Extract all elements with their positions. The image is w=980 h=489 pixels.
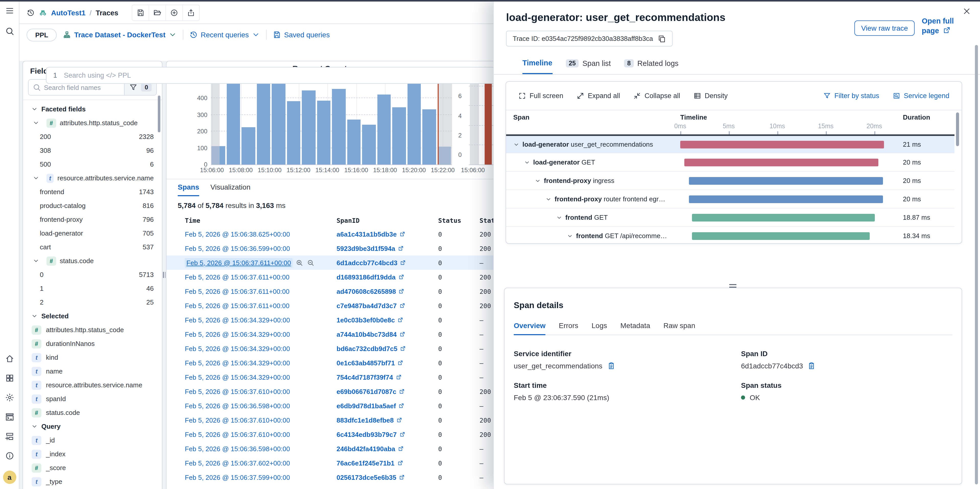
settings-icon[interactable]: [5, 393, 14, 402]
menu-icon[interactable]: [5, 6, 14, 15]
flyout-scrollbar[interactable]: [975, 45, 978, 484]
chevron-down-icon[interactable]: [524, 159, 530, 165]
chart-bar[interactable]: [377, 94, 391, 164]
time-link[interactable]: Feb 5, 2026 @ 15:06:36.598+00:00: [185, 445, 337, 452]
apps-icon[interactable]: [5, 374, 14, 383]
time-link[interactable]: Feb 5, 2026 @ 15:06:37.611+00:00: [185, 258, 337, 268]
span-duration-bar[interactable]: [689, 177, 883, 185]
span-duration-bar[interactable]: [689, 195, 883, 203]
span-id-link[interactable]: 6c4134edb93b79c7: [337, 430, 438, 438]
fields-scrollbar[interactable]: [158, 96, 161, 132]
time-link[interactable]: Feb 5, 2026 @ 15:06:34.329+00:00: [185, 373, 337, 381]
span-label[interactable]: load-generator GET: [506, 158, 595, 166]
trace-id-chip[interactable]: Trace ID: e0354ac725f9892cb30a3838aff8b3…: [506, 31, 672, 46]
save-button[interactable]: [132, 5, 149, 20]
toolbar-density[interactable]: Density: [694, 92, 728, 100]
timeline-span-row[interactable]: frontend GET18.87 ms: [506, 208, 955, 226]
column-header[interactable]: SpanID: [337, 217, 438, 224]
home-icon[interactable]: [5, 354, 14, 363]
chevron-down-icon[interactable]: [556, 214, 562, 220]
span-label[interactable]: frontend GET /api/recomme…: [506, 232, 667, 240]
span-id-link[interactable]: 0e1c63ab4857bf71: [337, 359, 438, 366]
field-bucket[interactable]: frontend-proxy796: [23, 213, 162, 226]
copy-icon[interactable]: [657, 35, 666, 43]
field-field[interactable]: t_index: [23, 447, 162, 461]
span-label[interactable]: load-generator user_get_recommendations: [506, 140, 653, 148]
panel-resizer[interactable]: [162, 61, 166, 489]
field-bucket[interactable]: 146: [23, 282, 162, 295]
span-label[interactable]: frontend-proxy ingress: [506, 177, 614, 185]
span-label[interactable]: frontend GET: [506, 213, 608, 221]
column-header[interactable]: Time: [185, 217, 337, 224]
chart-bar[interactable]: [422, 109, 436, 164]
flyout-tab-related-logs[interactable]: 8Related logs: [624, 57, 678, 74]
time-link[interactable]: Feb 5, 2026 @ 15:06:37.610+00:00: [185, 387, 337, 395]
chart-bar[interactable]: [302, 91, 315, 164]
open-full-page-link[interactable]: Open full page: [922, 16, 966, 36]
span-id-link[interactable]: 883dfc1e1d8efbe8: [337, 416, 438, 424]
toolbar-full-screen[interactable]: Full screen: [519, 92, 563, 100]
query-language-pill[interactable]: PPL: [27, 29, 57, 41]
user-avatar[interactable]: a: [3, 471, 16, 484]
timeline-scrollbar[interactable]: [956, 112, 959, 146]
span-details-tab-metadata[interactable]: Metadata: [620, 322, 651, 334]
timeline-span-row[interactable]: load-generator GET20 ms: [506, 153, 955, 171]
chart-bar[interactable]: [407, 81, 421, 164]
view-raw-trace-button[interactable]: View raw trace: [854, 21, 915, 36]
field-bucket[interactable]: 2002328: [23, 130, 162, 143]
add-data-icon[interactable]: [5, 432, 14, 441]
time-link[interactable]: Feb 5, 2026 @ 15:06:37.611+00:00: [185, 273, 337, 281]
span-id-link[interactable]: bd6ac732cdb9d7c5: [337, 345, 438, 352]
span-id-link[interactable]: 246bd42fa4190aba: [337, 445, 438, 452]
recent-queries-button[interactable]: Recent queries: [189, 31, 260, 39]
chart-bar[interactable]: [332, 89, 345, 164]
span-id-link[interactable]: 5923d9be3d1f594a: [337, 244, 438, 252]
request-count-chart[interactable]: [211, 76, 452, 165]
field-field[interactable]: t_id: [23, 433, 162, 447]
timeline-span-row[interactable]: load-generator user_get_recommendations2…: [506, 134, 955, 153]
span-id-link[interactable]: c7e9487ba4d7d3c7: [337, 302, 438, 309]
chart-bar[interactable]: [317, 101, 331, 164]
time-link[interactable]: Feb 5, 2026 @ 15:06:34.329+00:00: [185, 345, 337, 352]
saved-queries-button[interactable]: Saved queries: [273, 31, 329, 39]
time-link[interactable]: Feb 5, 2026 @ 15:06:37.611+00:00: [185, 287, 337, 295]
span-details-tab-logs[interactable]: Logs: [592, 322, 607, 334]
dataset-selector[interactable]: Trace Dataset - DockerTest: [63, 31, 177, 39]
close-icon[interactable]: [963, 7, 971, 15]
time-link[interactable]: Feb 5, 2026 @ 15:06:37.610+00:00: [185, 430, 337, 438]
toolbar-filter-by-status[interactable]: Filter by status: [823, 92, 880, 100]
span-id-link[interactable]: 723531d4f9dd66d7: [337, 488, 438, 489]
field-field[interactable]: tkind: [23, 350, 162, 364]
flyout-tab-timeline[interactable]: Timeline: [522, 57, 552, 74]
span-id-link[interactable]: a744a10b4bc73d84: [337, 330, 438, 338]
field-bucket[interactable]: product-catalog816: [23, 199, 162, 213]
span-details-tab-errors[interactable]: Errors: [559, 322, 578, 334]
chart-bar[interactable]: [362, 125, 375, 164]
timeline-span-row[interactable]: frontend GET /api/recomme…18.34 ms: [506, 226, 955, 245]
field-bucket[interactable]: 5006: [23, 158, 162, 171]
chart-bar[interactable]: [272, 80, 285, 164]
field-bucket[interactable]: 225: [23, 295, 162, 309]
span-id-link[interactable]: e69b066761d7087c: [337, 387, 438, 395]
dev-tools-icon[interactable]: [5, 413, 14, 422]
timeline-span-row[interactable]: frontend-proxy router frontend egr…20 ms: [506, 190, 955, 208]
field-section[interactable]: Query: [23, 419, 162, 433]
chart-bar[interactable]: [242, 127, 255, 164]
span-id-link[interactable]: 1e0c03b3ef0b0e8c: [337, 316, 438, 324]
toolbar-collapse-all[interactable]: Collapse all: [633, 92, 680, 100]
tab-visualization[interactable]: Visualization: [210, 183, 250, 196]
time-link[interactable]: Feb 5, 2026 @ 15:06:34.329+00:00: [185, 330, 337, 338]
time-link[interactable]: Feb 5, 2026 @ 15:06:38.625+00:00: [185, 230, 337, 238]
tab-spans[interactable]: Spans: [178, 183, 199, 196]
open-button[interactable]: [149, 5, 166, 20]
chart-bar[interactable]: [287, 101, 300, 164]
field-field[interactable]: #attributes.http.status_code: [23, 323, 162, 337]
zoom-in-icon[interactable]: [296, 259, 303, 266]
field-group[interactable]: #attributes.http.status_code: [23, 116, 162, 130]
span-id-link[interactable]: 0256173dce5e6b35: [337, 473, 438, 481]
panel-drag-handle[interactable]: [725, 284, 741, 287]
field-field[interactable]: tname: [23, 364, 162, 378]
span-id-link[interactable]: 6d1adccb77c4bcd3: [337, 259, 438, 266]
time-link[interactable]: Feb 5, 2026 @ 15:06:36.598+00:00: [185, 402, 337, 409]
history-icon[interactable]: [27, 8, 35, 17]
